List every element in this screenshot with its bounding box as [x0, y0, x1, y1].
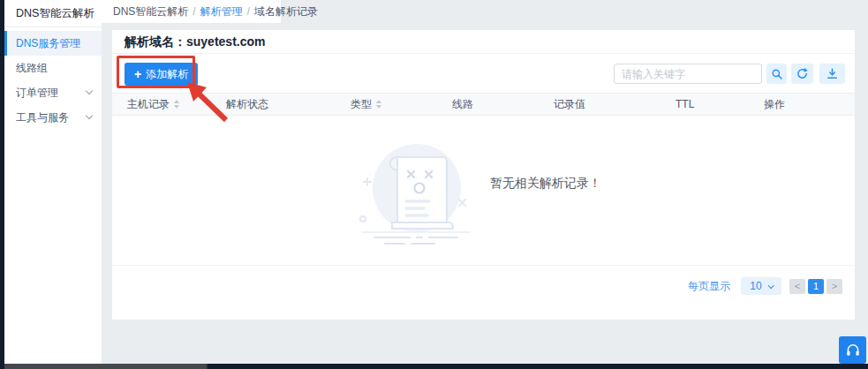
sidebar-item-tools[interactable]: 工具与服务	[4, 105, 102, 130]
sidebar-item-line-group[interactable]: 线路组	[4, 56, 102, 80]
column-header-label: 主机记录	[127, 97, 170, 112]
column-header-status: 解析状态	[226, 97, 351, 112]
empty-state-message: 暂无相关解析记录！	[490, 176, 601, 192]
page-number-button[interactable]: 1	[808, 279, 824, 294]
column-header-actions: 操作	[764, 97, 855, 112]
chevron-down-icon	[86, 112, 93, 119]
sidebar-item-label: 工具与服务	[16, 111, 69, 124]
magnifier-icon	[771, 68, 783, 80]
sidebar-item-label: DNS服务管理	[16, 37, 80, 49]
breadcrumb-item-records: 域名解析记录	[254, 5, 318, 18]
search-button[interactable]	[766, 64, 787, 84]
breadcrumb-bar: DNS智能云解析/解析管理/域名解析记录	[102, 0, 281, 23]
breadcrumb: DNS智能云解析/解析管理/域名解析记录	[113, 0, 318, 23]
per-page-value: 10	[750, 280, 761, 292]
empty-state-illustration sad-document-icon	[357, 138, 480, 249]
chevron-down-icon	[86, 87, 93, 94]
search-input[interactable]	[614, 64, 762, 84]
pagination: 每页显示 10 < 1 >	[688, 276, 842, 296]
add-record-label: 添加解析	[146, 67, 188, 82]
add-record-button[interactable]: + 添加解析	[125, 63, 198, 86]
column-header-label: TTL	[676, 98, 694, 110]
column-header-line: 线路	[452, 97, 554, 112]
app-title: DNS智能云解析	[4, 0, 102, 27]
breadcrumb-separator: /	[247, 5, 250, 18]
breadcrumb-item-root[interactable]: DNS智能云解析	[113, 5, 188, 18]
download-button[interactable]	[819, 64, 845, 84]
records-card: 解析域名：suyetest.com + 添加解析 主机记录	[112, 30, 855, 320]
sidebar-item-orders[interactable]: 订单管理	[4, 80, 102, 105]
prev-page-button[interactable]: <	[789, 279, 805, 294]
column-header-label: 解析状态	[226, 97, 268, 112]
table-header-row: 主机记录 解析状态 类型 线路 记录值 TTL 操作	[112, 93, 855, 116]
customer-support-button[interactable]	[839, 336, 866, 364]
column-header-type[interactable]: 类型	[351, 97, 452, 112]
download-icon	[826, 67, 839, 80]
column-header-label: 记录值	[554, 97, 585, 112]
column-header-ttl: TTL	[676, 98, 764, 110]
sort-arrows-icon[interactable]	[376, 100, 381, 109]
per-page-label: 每页显示	[688, 279, 730, 294]
card-footer-divider	[112, 265, 855, 266]
column-header-label: 操作	[764, 97, 785, 112]
sidebar: DNS智能云解析 DNS服务管理 线路组 订单管理 工具与服务	[4, 0, 102, 364]
column-header-host[interactable]: 主机记录	[127, 97, 226, 112]
column-header-label: 类型	[351, 97, 372, 112]
column-header-value: 记录值	[554, 97, 676, 112]
plus-icon: +	[134, 68, 141, 80]
domain-label: 解析域名：	[125, 34, 186, 49]
next-page-button[interactable]: >	[826, 279, 842, 294]
chevron-down-icon	[767, 282, 774, 289]
sidebar-item-label: 订单管理	[16, 87, 58, 99]
breadcrumb-separator: /	[192, 5, 195, 18]
refresh-icon	[796, 67, 809, 80]
refresh-button[interactable]	[791, 64, 813, 84]
sidebar-item-dns-service[interactable]: DNS服务管理	[4, 31, 102, 56]
sort-arrows-icon[interactable]	[174, 100, 179, 109]
window-bottom-bar	[0, 364, 868, 369]
per-page-select[interactable]: 10	[741, 277, 781, 295]
sidebar-menu: DNS服务管理 线路组 订单管理 工具与服务	[4, 31, 102, 130]
sidebar-item-label: 线路组	[16, 62, 48, 74]
window-left-edge	[0, 0, 4, 369]
breadcrumb-item-manage[interactable]: 解析管理	[200, 5, 243, 18]
column-header-label: 线路	[452, 97, 473, 112]
domain-value: suyetest.com	[186, 34, 265, 49]
card-title: 解析域名：suyetest.com	[112, 30, 855, 54]
headset-icon	[845, 343, 861, 358]
